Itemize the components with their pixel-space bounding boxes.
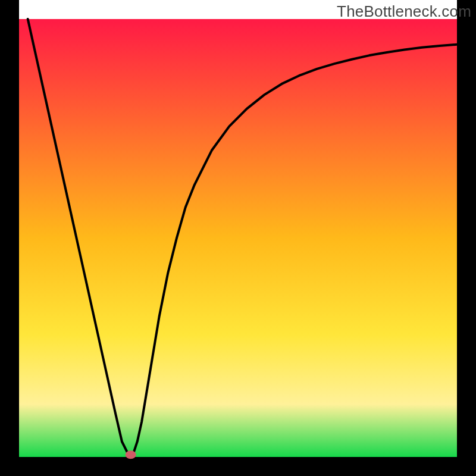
plot-border-left: [0, 0, 19, 476]
chart-canvas: [0, 0, 476, 476]
plot-border-bottom: [0, 457, 476, 476]
minimum-marker: [126, 450, 136, 459]
watermark-text: TheBottleneck.com: [337, 2, 471, 21]
chart-root: TheBottleneck.com: [0, 0, 476, 476]
plot-background: [19, 19, 457, 457]
plot-border-right: [457, 0, 476, 476]
